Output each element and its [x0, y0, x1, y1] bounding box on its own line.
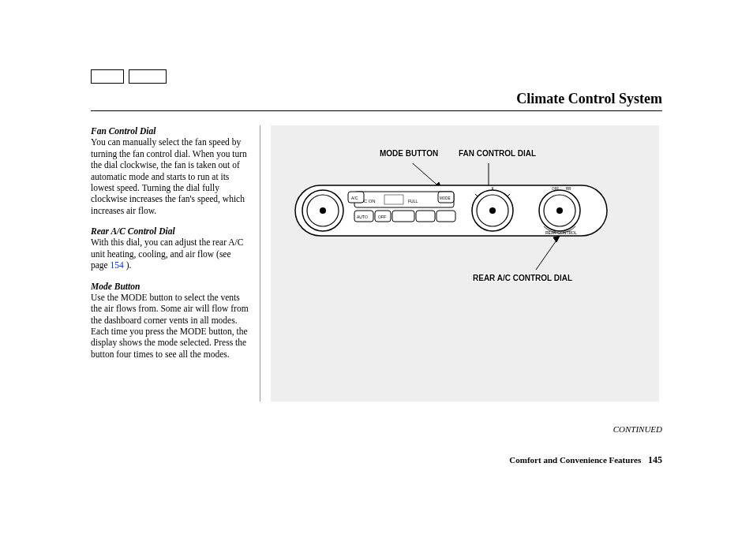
svg-marker-5 [553, 236, 560, 242]
svg-rect-12 [384, 195, 403, 204]
nav-box-1[interactable] [91, 69, 124, 84]
page-link-154[interactable]: 154 [111, 260, 124, 270]
svg-text:AUTO: AUTO [357, 215, 368, 219]
svg-rect-22 [392, 211, 414, 222]
svg-text:OFF: OFF [552, 187, 559, 191]
svg-text:MODE: MODE [440, 196, 451, 200]
svg-point-27 [489, 207, 496, 214]
svg-point-9 [320, 207, 326, 214]
svg-text:RR: RR [566, 187, 571, 191]
body-column: Fan Control Dial You can manually select… [91, 125, 260, 401]
diagram-column: MODE BUTTON FAN CONTROL DIAL REAR A/C CO… [260, 125, 662, 401]
svg-point-33 [556, 207, 563, 214]
nav-box-2[interactable] [129, 69, 167, 84]
section-mode-title: Mode Button [91, 282, 140, 291]
page-footer: Comfort and Convenience Features 145 [509, 454, 662, 466]
svg-text:OFF: OFF [378, 215, 386, 219]
footer-section: Comfort and Convenience Features [509, 455, 641, 465]
section-rear-body-post: ). [124, 260, 132, 270]
section-rear: Rear A/C Control Dial With this dial, yo… [91, 226, 250, 271]
section-fan: Fan Control Dial You can manually select… [91, 125, 250, 216]
svg-text:REAR CONTROL: REAR CONTROL [545, 230, 577, 235]
callout-fan-dial: FAN CONTROL DIAL [459, 149, 536, 158]
footer-page-number: 145 [648, 454, 662, 465]
section-rear-title: Rear A/C Control Dial [91, 226, 175, 236]
page-header: Climate Control System [91, 91, 662, 111]
nav-boxes [91, 69, 167, 84]
climate-panel-diagram: A/C ON FULL A/C MODE AUTO OFF [291, 163, 639, 282]
svg-rect-23 [416, 211, 435, 222]
svg-text:FULL: FULL [408, 199, 418, 203]
callout-mode-button: MODE BUTTON [380, 149, 438, 158]
svg-rect-24 [436, 211, 455, 222]
page-title: Climate Control System [516, 91, 662, 106]
section-fan-body: You can manually select the fan speed by… [91, 137, 247, 215]
diagram-box: MODE BUTTON FAN CONTROL DIAL REAR A/C CO… [271, 125, 659, 401]
section-mode: Mode Button Use the MODE button to selec… [91, 281, 250, 360]
continued-label: CONTINUED [613, 424, 662, 434]
svg-text:A/C: A/C [351, 196, 358, 200]
section-fan-title: Fan Control Dial [91, 126, 155, 136]
section-mode-body: Use the MODE button to select the vents … [91, 293, 249, 359]
